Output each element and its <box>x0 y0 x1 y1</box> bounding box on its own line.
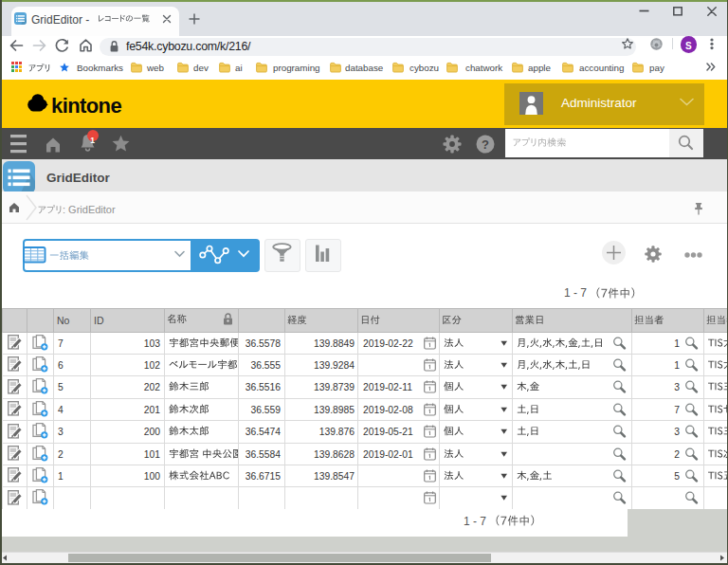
svg-text:?: ? <box>482 137 489 152</box>
